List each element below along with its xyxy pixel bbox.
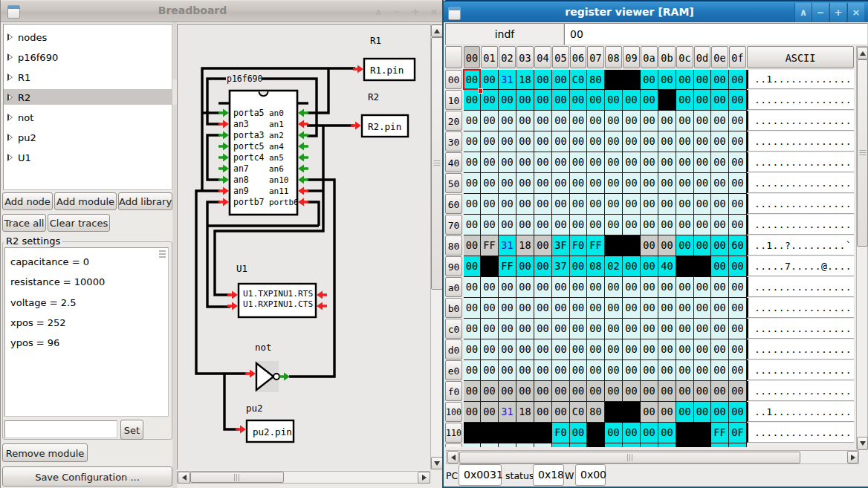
cell-70-07[interactable]: 00	[587, 215, 605, 235]
ascii-10[interactable]: ................	[747, 90, 854, 110]
cell-d0-06[interactable]: 00	[570, 339, 587, 360]
cell-80-03[interactable]: 18	[516, 235, 534, 256]
cell-e0-00[interactable]: 00	[464, 360, 481, 381]
expander-triangle-icon[interactable]	[7, 154, 13, 161]
ascii-70[interactable]: ................	[747, 215, 854, 235]
cell-e0-0d[interactable]: 00	[694, 360, 711, 381]
cell-30-0e[interactable]: 00	[711, 131, 729, 152]
cell-120-05[interactable]	[552, 443, 570, 447]
cell-30-0a[interactable]: 00	[641, 131, 658, 152]
cell-20-0b[interactable]: 00	[658, 111, 676, 131]
cell-70-03[interactable]: 00	[516, 215, 534, 235]
ascii-110[interactable]: ................	[747, 423, 854, 443]
close-button[interactable]: ×	[847, 3, 864, 22]
cell-20-03[interactable]: 00	[516, 111, 534, 131]
cell-30-08[interactable]: 00	[605, 131, 623, 152]
tree-item-not[interactable]: not	[4, 107, 172, 127]
ascii-80[interactable]: ..1..?.........`	[747, 235, 854, 256]
cell-80-05[interactable]: 3F	[552, 235, 570, 256]
cell-b0-03[interactable]: 00	[516, 298, 534, 319]
cell-a0-0a[interactable]: 00	[641, 277, 658, 298]
cell-c0-0e[interactable]: 00	[711, 319, 729, 339]
cell-100-0b[interactable]: 00	[658, 402, 676, 423]
vertical-scroll-thumb[interactable]	[431, 37, 443, 290]
cell-90-0b[interactable]: 40	[658, 256, 676, 277]
cell-50-06[interactable]: 00	[570, 173, 587, 194]
cell-100-0d[interactable]: 00	[694, 402, 711, 423]
ascii-30[interactable]: ................	[747, 131, 854, 152]
cell-c0-01[interactable]: 00	[481, 319, 499, 339]
ascii-00[interactable]: ..1.............	[747, 70, 854, 89]
tree-item-R1[interactable]: R1	[4, 67, 172, 87]
cell-30-0f[interactable]: 00	[729, 131, 747, 152]
cell-50-08[interactable]: 00	[605, 173, 623, 194]
cell-100-05[interactable]: 00	[552, 402, 570, 423]
register-name-entry[interactable]: indf	[445, 23, 564, 45]
cell-10-0a[interactable]: 00	[641, 90, 658, 111]
cell-f0-07[interactable]: 00	[587, 381, 605, 402]
scroll-down-button[interactable]	[431, 457, 443, 469]
cell-90-03[interactable]: 00	[516, 256, 534, 277]
cell-40-07[interactable]: 00	[587, 152, 605, 173]
cell-40-00[interactable]: 00	[464, 152, 481, 173]
cell-20-0e[interactable]: 00	[711, 111, 729, 131]
cell-120-08[interactable]	[605, 443, 623, 447]
cell-20-05[interactable]: 00	[552, 111, 570, 131]
cell-d0-00[interactable]: 00	[464, 339, 481, 360]
cell-b0-0b[interactable]: 00	[658, 298, 676, 319]
cell-30-0d[interactable]: 00	[694, 131, 711, 152]
pc-entry[interactable]: 0x0031	[459, 464, 502, 486]
cell-70-0b[interactable]: 00	[658, 215, 676, 235]
cell-120-02[interactable]	[499, 443, 516, 447]
clear-traces-button[interactable]: Clear traces	[48, 214, 110, 232]
cell-c0-05[interactable]: 00	[552, 319, 570, 339]
cell-120-09[interactable]	[623, 443, 641, 447]
cell-e0-0f[interactable]: 00	[729, 360, 747, 381]
cell-a0-0d[interactable]: 00	[694, 277, 711, 298]
cell-100-08[interactable]	[605, 402, 623, 423]
cell-50-0d[interactable]: 00	[694, 173, 711, 194]
cell-80-0a[interactable]: 00	[641, 235, 658, 256]
cell-a0-0f[interactable]: 00	[729, 277, 747, 298]
cell-50-01[interactable]: 00	[481, 173, 499, 194]
cell-f0-09[interactable]: 00	[623, 381, 641, 402]
cell-70-0a[interactable]: 00	[641, 215, 658, 235]
cell-60-0c[interactable]: 00	[676, 194, 694, 215]
cell-b0-08[interactable]: 00	[605, 298, 623, 319]
canvas-horizontal-scrollbar[interactable]	[177, 471, 430, 484]
cell-d0-0c[interactable]: 00	[676, 339, 694, 360]
cell-00-08[interactable]	[605, 70, 623, 90]
cell-120-07[interactable]	[587, 443, 605, 447]
cell-f0-06[interactable]: 00	[570, 381, 587, 402]
breadboard-canvas[interactable]: p16f690porta5an0an3an1porta3an2portc5an4…	[177, 24, 430, 469]
cell-120-0a[interactable]	[641, 443, 658, 447]
cell-a0-00[interactable]: 00	[464, 277, 481, 298]
cell-00-02[interactable]: 31	[499, 70, 516, 90]
attribute-item[interactable]: ypos = 96	[10, 337, 59, 348]
cell-c0-08[interactable]: 00	[605, 319, 623, 339]
cell-110-0e[interactable]: FF	[711, 423, 729, 443]
cell-b0-0a[interactable]: 00	[641, 298, 658, 319]
cell-c0-04[interactable]: 00	[534, 319, 552, 339]
cell-90-02[interactable]: FF	[499, 256, 516, 277]
cell-50-04[interactable]: 00	[534, 173, 552, 194]
column-header-0c[interactable]: 0c	[676, 46, 693, 68]
attribute-item[interactable]: resistance = 10000	[10, 276, 105, 287]
cell-90-0c[interactable]	[676, 256, 694, 277]
cell-30-01[interactable]: 00	[481, 131, 499, 152]
cell-20-02[interactable]: 00	[499, 111, 516, 131]
cell-e0-05[interactable]: 00	[552, 360, 570, 381]
cell-20-04[interactable]: 00	[534, 111, 552, 131]
column-header-05[interactable]: 05	[552, 46, 569, 68]
attribute-item[interactable]: xpos = 252	[10, 317, 66, 328]
minimize-button[interactable]: –	[388, 3, 406, 21]
cell-00-05[interactable]: 00	[552, 70, 570, 90]
cell-90-00[interactable]: 00	[464, 256, 481, 277]
cell-90-07[interactable]: 08	[587, 256, 605, 277]
cell-60-0d[interactable]: 00	[694, 194, 711, 215]
cell-60-0f[interactable]: 00	[729, 194, 747, 215]
trace-all-button[interactable]: Trace all	[2, 214, 46, 232]
row-header-70[interactable]: 70	[445, 215, 462, 235]
cell-40-0f[interactable]: 00	[729, 152, 747, 173]
cell-10-01[interactable]: 00	[481, 90, 499, 111]
